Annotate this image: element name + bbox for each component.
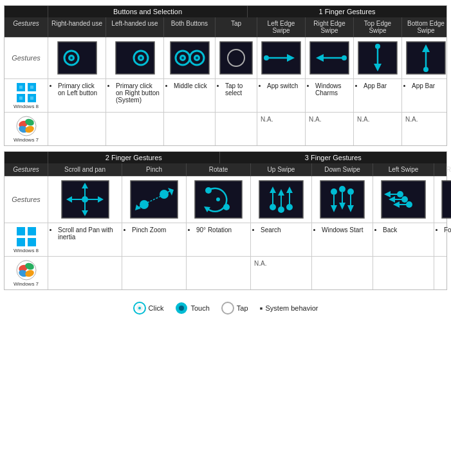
legend-touch: Touch bbox=[175, 302, 209, 315]
col-bottom-edge: Bottom Edge Swipe bbox=[402, 17, 450, 37]
win7-desc-right-handed bbox=[48, 113, 106, 145]
icon-down-swipe bbox=[312, 176, 373, 223]
win8-label: Windows 8 bbox=[5, 79, 48, 112]
win8-desc-right-handed: Primary click on Left button bbox=[48, 79, 106, 112]
one-finger-header: 1 Finger Gestures bbox=[248, 6, 446, 17]
svg-rect-40 bbox=[30, 96, 33, 100]
svg-point-3 bbox=[70, 57, 73, 59]
win8-desc-top-edge: App Bar bbox=[354, 79, 402, 112]
svg-rect-39 bbox=[19, 96, 23, 100]
win7-na-3: N.A. bbox=[354, 113, 402, 145]
svg-rect-99 bbox=[442, 181, 452, 218]
win8-s2-left: Back bbox=[373, 223, 434, 256]
win8-s2-up: Search bbox=[251, 223, 312, 256]
svg-point-32 bbox=[423, 67, 428, 72]
icon-tap bbox=[216, 37, 257, 78]
win8-s2-rotate: 90° Rotation bbox=[187, 223, 251, 256]
win7-s2-pinch bbox=[122, 257, 187, 289]
section1: Buttons and Selection 1 Finger Gestures … bbox=[4, 5, 447, 146]
svg-point-76 bbox=[286, 204, 293, 210]
win7-na-2: N.A. bbox=[306, 113, 354, 145]
col-right-swipe: Right Swipe bbox=[434, 163, 451, 176]
icon-pinch bbox=[122, 176, 187, 223]
win7-desc-both-buttons bbox=[164, 113, 216, 145]
icon-bottom-edge-swipe bbox=[402, 37, 450, 78]
icon-scroll-pan bbox=[48, 176, 122, 223]
win7-s2-empty2 bbox=[373, 257, 434, 289]
icon-right-edge-swipe bbox=[306, 37, 354, 78]
col-right-handed: Right-handed use bbox=[48, 17, 106, 37]
icon-both-buttons bbox=[164, 37, 216, 78]
win7-s2-scroll bbox=[48, 257, 122, 289]
svg-point-24 bbox=[342, 55, 347, 60]
section2: 2 Finger Gestures 3 Finger Gestures Gest… bbox=[4, 151, 447, 290]
col-right-edge: Right Edge Swipe bbox=[306, 17, 354, 37]
svg-point-68 bbox=[223, 204, 230, 210]
win7-na-4: N.A. bbox=[402, 113, 450, 145]
section1-icons-row: Gestures bbox=[5, 37, 446, 79]
svg-point-73 bbox=[278, 206, 284, 213]
svg-rect-15 bbox=[220, 42, 252, 74]
gestures-label: Gestures bbox=[5, 37, 48, 78]
svg-point-83 bbox=[339, 186, 345, 192]
svg-point-86 bbox=[347, 188, 354, 195]
win8-desc-both-buttons: Middle click bbox=[164, 79, 216, 112]
section1-win7-row: Windows 7 N.A. N.A. N.A. N.A. bbox=[5, 113, 446, 145]
icon-up-swipe bbox=[251, 176, 312, 223]
col-down-swipe: Down Swipe bbox=[312, 163, 373, 176]
icon-right-swipe bbox=[434, 176, 451, 223]
three-finger-header: 3 Finger Gestures bbox=[220, 152, 446, 163]
buttons-selection-header: Buttons and Selection bbox=[48, 6, 248, 17]
win7-label: Windows 7 bbox=[5, 113, 48, 145]
legend-tap: Tap bbox=[221, 302, 248, 315]
svg-point-121 bbox=[222, 302, 234, 314]
col-rotate: Rotate bbox=[187, 163, 251, 176]
win7-desc-left-handed bbox=[106, 113, 164, 145]
svg-point-11 bbox=[181, 57, 184, 59]
col-left-swipe: Left Swipe bbox=[373, 163, 434, 176]
svg-point-14 bbox=[196, 57, 198, 59]
svg-rect-109 bbox=[17, 238, 25, 246]
legend-system: ▪ System behavior bbox=[260, 303, 318, 313]
col-left-handed: Left-handed use bbox=[106, 17, 164, 37]
svg-point-80 bbox=[331, 188, 337, 195]
svg-point-70 bbox=[270, 204, 276, 210]
svg-point-7 bbox=[140, 57, 142, 59]
svg-rect-107 bbox=[17, 227, 25, 235]
section1-col-headers: Gestures Right-handed use Left-handed us… bbox=[5, 17, 446, 37]
col-tap: Tap bbox=[216, 17, 257, 37]
svg-rect-108 bbox=[28, 227, 36, 235]
svg-rect-38 bbox=[30, 86, 33, 89]
win7-s2-na: N.A. bbox=[251, 257, 312, 289]
section2-col-headers: Gestures Scroll and pan Pinch Rotate Up … bbox=[5, 163, 446, 176]
svg-rect-37 bbox=[19, 86, 23, 89]
win8-desc-left-edge: App switch bbox=[257, 79, 306, 112]
win8-s2-right: Forward bbox=[434, 223, 451, 256]
col-up-swipe: Up Swipe bbox=[251, 163, 312, 176]
icon-left-edge-swipe bbox=[257, 37, 306, 78]
win7-s2-empty1 bbox=[312, 257, 373, 289]
icon-top-edge-swipe bbox=[354, 37, 402, 78]
win8-desc-right-edge: Windows Charms bbox=[306, 79, 354, 112]
win8-s2-scroll: Scroll and Pan with inertia bbox=[48, 223, 122, 256]
win8-desc-bottom-edge: App Bar bbox=[402, 79, 450, 112]
section2-win8-desc: Windows 8 Scroll and Pan with inertia Pi… bbox=[5, 223, 446, 257]
win7-label2: Windows 7 bbox=[5, 257, 48, 289]
col-both-buttons: Both Buttons bbox=[164, 17, 216, 37]
svg-point-20 bbox=[264, 55, 269, 60]
section2-group-headers: 2 Finger Gestures 3 Finger Gestures bbox=[5, 152, 446, 163]
icon-right-handed bbox=[48, 37, 106, 78]
col-pinch: Pinch bbox=[122, 163, 187, 176]
legend: Click Touch Tap ▪ System behavior bbox=[0, 295, 451, 321]
win7-s2-empty3 bbox=[434, 257, 451, 289]
win8-label2: Windows 8 bbox=[5, 223, 48, 256]
two-finger-header: 2 Finger Gestures bbox=[48, 152, 220, 163]
win7-s2-rotate bbox=[187, 257, 251, 289]
svg-point-118 bbox=[138, 307, 141, 309]
svg-point-65 bbox=[216, 197, 220, 201]
section1-group-headers: Buttons and Selection 1 Finger Gestures bbox=[5, 6, 446, 17]
section2-win7-row: Windows 7 N.A. bbox=[5, 257, 446, 289]
icon-left-handed bbox=[106, 37, 164, 78]
col-scroll-pan: Scroll and pan bbox=[48, 163, 122, 176]
icon-left-swipe bbox=[373, 176, 434, 223]
